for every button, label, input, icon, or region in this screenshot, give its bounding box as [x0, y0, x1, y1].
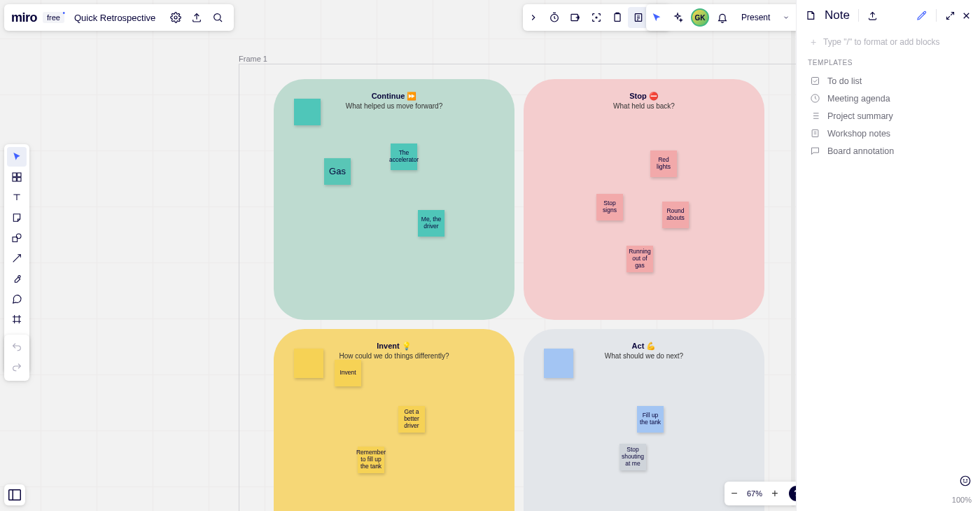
- clipboard-icon: [612, 12, 623, 23]
- sticky-note[interactable]: Gas: [324, 158, 351, 185]
- sticky-note[interactable]: [544, 349, 573, 378]
- cursor-follow-button[interactable]: [646, 7, 667, 28]
- shapes-tool[interactable]: [7, 228, 27, 248]
- svg-rect-17: [812, 130, 818, 137]
- template-todo[interactable]: To do list: [806, 72, 970, 90]
- undo-button[interactable]: [7, 337, 27, 357]
- present-button[interactable]: Present: [733, 7, 778, 28]
- sticky-note[interactable]: Remember to fill up the tank: [358, 447, 384, 473]
- sticky-note[interactable]: Round abouts: [662, 202, 689, 228]
- notifications-button[interactable]: [712, 7, 733, 28]
- svg-point-18: [960, 476, 970, 486]
- redo-icon: [11, 362, 22, 373]
- note-header: Note: [797, 0, 980, 31]
- redo-button[interactable]: [7, 358, 27, 377]
- upload-icon[interactable]: [867, 10, 878, 21]
- text-tool[interactable]: [7, 188, 27, 207]
- sticky-note[interactable]: Me, the driver: [418, 210, 444, 237]
- edit-icon[interactable]: [916, 10, 927, 21]
- header-left: miro free Quick Retrospective: [4, 4, 234, 31]
- zoom-out-button[interactable]: −: [724, 487, 744, 500]
- expand-icon[interactable]: [945, 10, 955, 21]
- miro-logo[interactable]: miro: [11, 10, 37, 25]
- quadrant-stop[interactable]: Stop ⛔ What held us back?: [524, 79, 764, 320]
- settings-button[interactable]: [165, 7, 186, 28]
- quadrant-title: Stop ⛔: [524, 92, 764, 101]
- minimap-toggle[interactable]: [4, 484, 25, 505]
- close-icon[interactable]: [961, 10, 972, 21]
- pen-tool[interactable]: [7, 269, 27, 288]
- templates-tool[interactable]: [7, 167, 27, 187]
- template-workshop[interactable]: Workshop notes: [806, 125, 970, 142]
- svg-rect-7: [13, 173, 16, 176]
- sticky-note[interactable]: Get a better driver: [398, 406, 425, 433]
- template-label: To do list: [827, 76, 862, 86]
- add-frame-icon: [570, 12, 581, 23]
- connector-tool[interactable]: [7, 248, 27, 268]
- note-panel: Note + Type "/" to format or add blocks …: [796, 0, 980, 511]
- template-label: Project summary: [827, 111, 893, 121]
- reactions-button[interactable]: [667, 7, 688, 28]
- gear-icon: [170, 12, 181, 23]
- search-button[interactable]: [207, 7, 228, 28]
- comment-tool[interactable]: [7, 289, 27, 309]
- sticky-note[interactable]: Red lights: [650, 150, 677, 177]
- template-agenda[interactable]: Meeting agenda: [806, 90, 970, 107]
- frames-button[interactable]: [565, 7, 586, 28]
- template-summary[interactable]: Project summary: [806, 107, 970, 125]
- frame-label[interactable]: Frame 1: [239, 55, 267, 63]
- template-label: Board annotation: [827, 146, 894, 156]
- svg-point-0: [174, 16, 177, 19]
- focus-button[interactable]: [586, 7, 607, 28]
- sticky-note[interactable]: [294, 349, 323, 378]
- notes-button[interactable]: [607, 7, 628, 28]
- present-menu-button[interactable]: [778, 14, 794, 21]
- sticky-note[interactable]: The accelerator: [391, 144, 417, 170]
- sticky-note[interactable]: Stop shouting at me: [620, 444, 646, 470]
- note-zoom-value[interactable]: 100%: [952, 496, 972, 504]
- search-icon: [212, 12, 223, 23]
- quadrant-subtitle: What held us back?: [524, 102, 764, 110]
- arrow-icon: [11, 253, 22, 264]
- bell-icon: [717, 12, 728, 23]
- frame-tool[interactable]: [7, 309, 27, 329]
- select-tool[interactable]: [7, 147, 27, 167]
- list-icon: [808, 111, 822, 121]
- zoom-in-button[interactable]: +: [765, 487, 785, 500]
- template-annotation[interactable]: Board annotation: [806, 142, 970, 160]
- sticky-note[interactable]: Running out of gas: [626, 246, 653, 272]
- note-add-block[interactable]: + Type "/" to format or add blocks: [806, 35, 970, 59]
- sticky-note[interactable]: Fill up the tank: [637, 406, 664, 433]
- chevron-down-icon: [783, 14, 790, 21]
- sparkle-icon: [672, 12, 683, 23]
- svg-point-12: [16, 234, 21, 239]
- svg-rect-8: [18, 173, 21, 176]
- export-button[interactable]: [186, 7, 207, 28]
- sticky-note[interactable]: Invent: [335, 360, 361, 386]
- collapse-button[interactable]: [523, 7, 544, 28]
- template-label: Workshop notes: [827, 129, 890, 139]
- template-label: Meeting agenda: [827, 94, 890, 104]
- sticky-tool[interactable]: [7, 208, 27, 227]
- note-body: + Type "/" to format or add blocks TEMPL…: [797, 31, 980, 164]
- chat-icon: [959, 475, 972, 487]
- annotation-icon: [808, 146, 822, 156]
- note-chat-button[interactable]: [959, 475, 972, 487]
- shapes-icon: [11, 232, 22, 244]
- plus-icon: +: [808, 36, 819, 48]
- svg-point-1: [214, 14, 220, 20]
- zoom-value[interactable]: 67%: [744, 489, 765, 498]
- svg-point-19: [963, 479, 964, 480]
- divider: [936, 9, 937, 22]
- note-icon: [805, 10, 816, 21]
- chevron-right-icon: [528, 13, 538, 22]
- board-name[interactable]: Quick Retrospective: [74, 13, 155, 23]
- history-toolbar: [4, 335, 29, 381]
- timer-button[interactable]: [544, 7, 565, 28]
- sticky-note[interactable]: Stop signs: [596, 194, 623, 220]
- cursor-icon: [651, 12, 662, 23]
- timer-icon: [549, 12, 560, 23]
- user-avatar[interactable]: GK: [691, 8, 709, 27]
- plan-badge[interactable]: free: [43, 12, 64, 23]
- sticky-note[interactable]: [294, 99, 321, 125]
